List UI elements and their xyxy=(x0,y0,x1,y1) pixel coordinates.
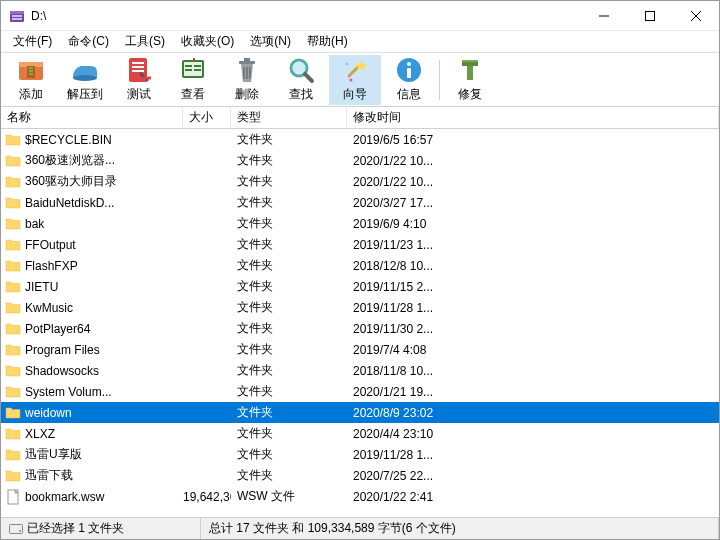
wizard-icon xyxy=(341,56,369,84)
folder-icon xyxy=(5,132,21,148)
file-date: 2020/1/22 2:41 xyxy=(347,490,719,504)
folder-icon xyxy=(5,279,21,295)
file-type: 文件夹 xyxy=(231,173,347,190)
folder-icon xyxy=(5,195,21,211)
maximize-button[interactable] xyxy=(627,1,673,30)
file-type: WSW 文件 xyxy=(231,488,347,505)
extract-button[interactable]: 解压到 xyxy=(59,55,111,105)
view-button[interactable]: 查看 xyxy=(167,55,219,105)
svg-rect-1 xyxy=(10,11,24,14)
file-date: 2019/11/28 1... xyxy=(347,448,719,462)
file-type: 文件夹 xyxy=(231,425,347,442)
find-label: 查找 xyxy=(289,86,313,103)
minimize-button[interactable] xyxy=(581,1,627,30)
file-name: FlashFXP xyxy=(25,259,78,273)
disk-icon xyxy=(9,524,23,534)
file-date: 2019/6/5 16:57 xyxy=(347,133,719,147)
file-row[interactable]: 迅雷U享版文件夹2019/11/28 1... xyxy=(1,444,719,465)
file-date: 2018/12/8 10... xyxy=(347,259,719,273)
file-row[interactable]: FFOutput文件夹2019/11/23 1... xyxy=(1,234,719,255)
menu-item-5[interactable]: 帮助(H) xyxy=(299,31,356,52)
file-size: 19,642,368 xyxy=(183,490,231,504)
column-header-row: 名称 大小 类型 修改时间 xyxy=(1,107,719,129)
repair-button[interactable]: 修复 xyxy=(444,55,496,105)
file-name: XLXZ xyxy=(25,427,55,441)
file-row[interactable]: XLXZ文件夹2020/4/4 23:10 xyxy=(1,423,719,444)
file-type: 文件夹 xyxy=(231,131,347,148)
add-icon xyxy=(17,56,45,84)
file-row[interactable]: 360极速浏览器...文件夹2020/1/22 10... xyxy=(1,150,719,171)
file-type: 文件夹 xyxy=(231,383,347,400)
file-type: 文件夹 xyxy=(231,152,347,169)
close-button[interactable] xyxy=(673,1,719,30)
file-row[interactable]: bak文件夹2019/6/9 4:10 xyxy=(1,213,719,234)
file-name: PotPlayer64 xyxy=(25,322,90,336)
svg-rect-3 xyxy=(12,18,22,20)
file-row[interactable]: $RECYCLE.BIN文件夹2019/6/5 16:57 xyxy=(1,129,719,150)
info-label: 信息 xyxy=(397,86,421,103)
wizard-button[interactable]: 向导 xyxy=(329,55,381,105)
file-row[interactable]: FlashFXP文件夹2018/12/8 10... xyxy=(1,255,719,276)
svg-rect-5 xyxy=(646,11,655,20)
menu-bar: 文件(F)命令(C)工具(S)收藏夹(O)选项(N)帮助(H) xyxy=(1,31,719,53)
file-type: 文件夹 xyxy=(231,467,347,484)
menu-item-4[interactable]: 选项(N) xyxy=(242,31,299,52)
file-row[interactable]: PotPlayer64文件夹2019/11/30 2... xyxy=(1,318,719,339)
file-date: 2020/7/25 22... xyxy=(347,469,719,483)
file-name: JIETU xyxy=(25,280,58,294)
file-date: 2019/7/4 4:08 xyxy=(347,343,719,357)
info-button[interactable]: 信息 xyxy=(383,55,435,105)
file-row[interactable]: Shadowsocks文件夹2018/11/8 10... xyxy=(1,360,719,381)
file-name: 360极速浏览器... xyxy=(25,152,115,169)
file-type: 文件夹 xyxy=(231,299,347,316)
add-button[interactable]: 添加 xyxy=(5,55,57,105)
column-header-type[interactable]: 类型 xyxy=(231,107,347,128)
file-row[interactable]: 360驱动大师目录文件夹2020/1/22 10... xyxy=(1,171,719,192)
menu-item-2[interactable]: 工具(S) xyxy=(117,31,173,52)
find-icon xyxy=(287,56,315,84)
file-row[interactable]: KwMusic文件夹2019/11/28 1... xyxy=(1,297,719,318)
repair-icon xyxy=(456,56,484,84)
folder-icon xyxy=(5,258,21,274)
folder-icon xyxy=(5,153,21,169)
view-icon xyxy=(179,56,207,84)
folder-icon xyxy=(5,426,21,442)
folder-icon xyxy=(5,363,21,379)
file-name: 迅雷下载 xyxy=(25,467,73,484)
file-type: 文件夹 xyxy=(231,236,347,253)
file-row[interactable]: System Volum...文件夹2020/1/21 19... xyxy=(1,381,719,402)
file-list[interactable]: $RECYCLE.BIN文件夹2019/6/5 16:57360极速浏览器...… xyxy=(1,129,719,517)
file-row[interactable]: Program Files文件夹2019/7/4 4:08 xyxy=(1,339,719,360)
delete-icon xyxy=(233,56,261,84)
folder-icon xyxy=(5,216,21,232)
file-row[interactable]: 迅雷下载文件夹2020/7/25 22... xyxy=(1,465,719,486)
file-row[interactable]: bookmark.wsw19,642,368WSW 文件2020/1/22 2:… xyxy=(1,486,719,507)
column-header-date[interactable]: 修改时间 xyxy=(347,107,719,128)
file-name: bak xyxy=(25,217,44,231)
file-date: 2019/6/9 4:10 xyxy=(347,217,719,231)
column-header-name[interactable]: 名称 xyxy=(1,107,183,128)
file-row[interactable]: BaiduNetdiskD...文件夹2020/3/27 17... xyxy=(1,192,719,213)
delete-button[interactable]: 删除 xyxy=(221,55,273,105)
find-button[interactable]: 查找 xyxy=(275,55,327,105)
extract-label: 解压到 xyxy=(67,86,103,103)
add-label: 添加 xyxy=(19,86,43,103)
file-row[interactable]: weidown文件夹2020/8/9 23:02 xyxy=(1,402,719,423)
test-button[interactable]: 测试 xyxy=(113,55,165,105)
file-row[interactable]: JIETU文件夹2019/11/15 2... xyxy=(1,276,719,297)
window-controls xyxy=(581,1,719,30)
svg-point-9 xyxy=(19,530,21,532)
file-name: $RECYCLE.BIN xyxy=(25,133,112,147)
menu-item-3[interactable]: 收藏夹(O) xyxy=(173,31,242,52)
column-header-size[interactable]: 大小 xyxy=(183,107,231,128)
file-date: 2020/3/27 17... xyxy=(347,196,719,210)
menu-item-1[interactable]: 命令(C) xyxy=(60,31,117,52)
folder-icon xyxy=(5,342,21,358)
extract-icon xyxy=(71,56,99,84)
file-type: 文件夹 xyxy=(231,194,347,211)
menu-item-0[interactable]: 文件(F) xyxy=(5,31,60,52)
file-name: 360驱动大师目录 xyxy=(25,173,117,190)
file-name: FFOutput xyxy=(25,238,76,252)
file-icon xyxy=(5,489,21,505)
status-bar: 已经选择 1 文件夹 总计 17 文件夹 和 109,334,589 字节(6 … xyxy=(1,517,719,539)
